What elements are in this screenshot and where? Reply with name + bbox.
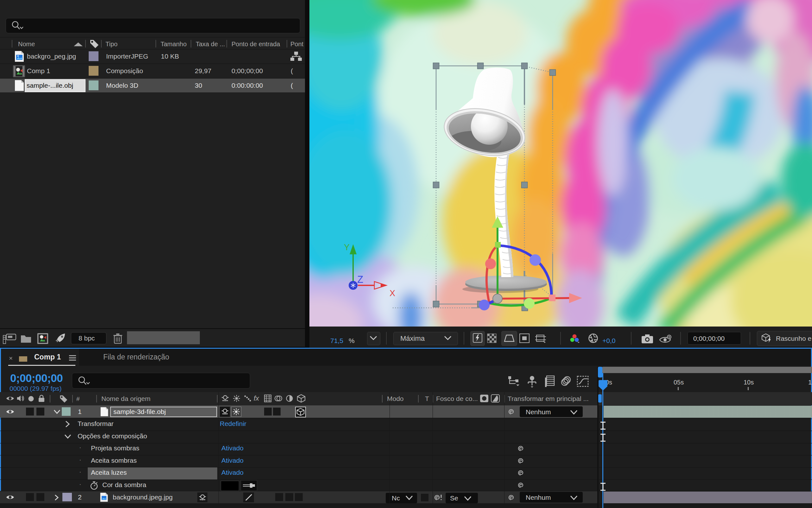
- svg-text:Y: Y: [344, 243, 350, 252]
- svg-text:Z: Z: [357, 274, 363, 285]
- svg-text:X: X: [389, 289, 395, 298]
